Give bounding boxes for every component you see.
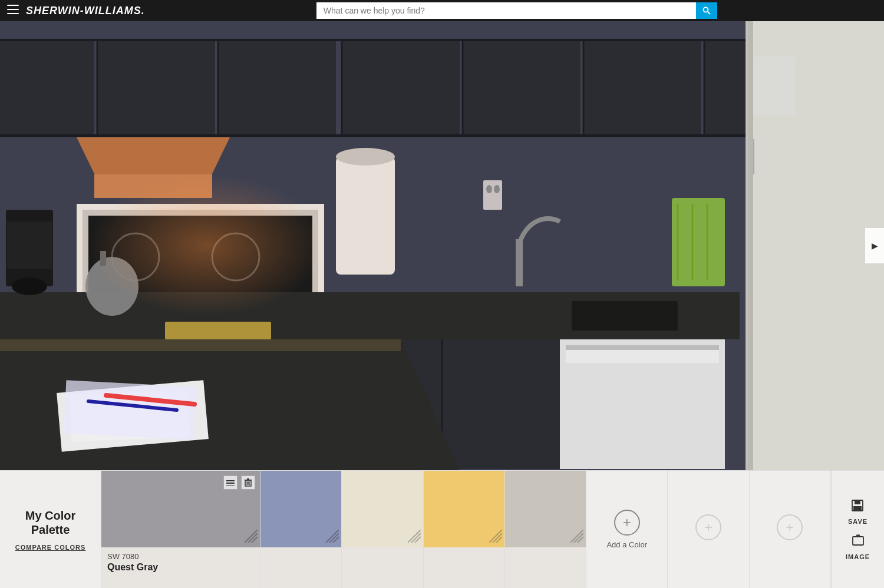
- image-label: IMAGE: [846, 553, 870, 560]
- svg-rect-45: [572, 301, 678, 331]
- svg-rect-98: [853, 506, 862, 511]
- svg-rect-63: [516, 239, 523, 286]
- image-icon: [852, 534, 865, 551]
- save-icon: [851, 499, 864, 516]
- svg-rect-68: [748, 57, 796, 115]
- swatch-info-2: [260, 547, 341, 588]
- svg-point-55: [494, 185, 500, 193]
- swatch-replace-button[interactable]: [223, 475, 238, 490]
- add-color-button-3[interactable]: +: [777, 514, 803, 540]
- svg-rect-53: [483, 180, 502, 210]
- svg-rect-13: [0, 39, 766, 41]
- swatch-item-4[interactable]: [424, 471, 505, 588]
- swatch-controls-1: [223, 475, 255, 490]
- search-input[interactable]: [316, 2, 717, 19]
- add-color-label: Add a Color: [606, 540, 647, 549]
- swatch-item-5[interactable]: [505, 471, 586, 588]
- swatch-delete-button[interactable]: [241, 475, 255, 490]
- svg-rect-9: [342, 39, 460, 136]
- svg-point-3: [703, 8, 708, 12]
- svg-line-93: [570, 530, 583, 543]
- palette-label-section: My Color Palette COMPARE COLORS: [0, 471, 101, 588]
- svg-rect-64: [672, 198, 725, 286]
- svg-rect-71: [748, 21, 753, 470]
- svg-point-43: [336, 148, 395, 166]
- svg-rect-72: [226, 480, 235, 481]
- add-color-button[interactable]: +: [614, 510, 640, 536]
- svg-line-90: [489, 530, 502, 543]
- swatch-info-3: [342, 547, 423, 588]
- palette-title: My Color Palette: [9, 508, 91, 537]
- logo: SHERWIN-WILLIAMS.: [26, 5, 145, 17]
- svg-rect-42: [336, 157, 395, 275]
- compare-colors-button[interactable]: COMPARE COLORS: [15, 544, 86, 551]
- add-color-slot[interactable]: + Add a Color: [586, 471, 668, 588]
- hamburger-icon[interactable]: [7, 5, 19, 17]
- svg-rect-8: [218, 39, 336, 136]
- kitchen-scene: [0, 21, 884, 470]
- save-button[interactable]: SAVE: [848, 499, 867, 525]
- swatch-info-4: [424, 547, 504, 588]
- empty-slot-2: +: [750, 471, 831, 588]
- swatch-number-1: SW 7080: [107, 552, 254, 561]
- svg-rect-49: [566, 345, 719, 350]
- svg-point-69: [88, 174, 324, 316]
- svg-rect-73: [226, 483, 235, 484]
- header: SHERWIN-WILLIAMS.: [0, 0, 884, 21]
- empty-slot-1: +: [668, 471, 749, 588]
- svg-rect-46: [681, 292, 740, 339]
- swatch-item-3[interactable]: [342, 471, 423, 588]
- add-color-button-2[interactable]: +: [695, 514, 721, 540]
- image-button[interactable]: IMAGE: [846, 534, 870, 560]
- svg-point-39: [12, 278, 47, 295]
- swatch-info-5: [505, 547, 586, 588]
- svg-rect-2: [7, 13, 19, 14]
- main-image: ▶: [0, 21, 884, 470]
- svg-rect-97: [855, 500, 860, 504]
- svg-line-81: [245, 530, 258, 543]
- swatch-name-1: Quest Gray: [107, 562, 254, 573]
- svg-line-84: [326, 530, 339, 543]
- svg-rect-7: [97, 39, 215, 136]
- svg-rect-0: [7, 5, 19, 6]
- save-label: SAVE: [848, 518, 867, 525]
- svg-rect-77: [247, 478, 249, 480]
- svg-rect-10: [463, 39, 580, 136]
- swatch-item-2[interactable]: [260, 471, 342, 588]
- swatch-info-1: SW 7080 Quest Gray: [101, 547, 260, 588]
- svg-rect-11: [583, 39, 701, 136]
- svg-rect-70: [165, 322, 271, 339]
- svg-marker-57: [0, 339, 401, 351]
- svg-rect-99: [853, 537, 863, 545]
- svg-line-4: [707, 12, 710, 15]
- svg-rect-6: [0, 39, 94, 136]
- palette-bar: My Color Palette COMPARE COLORS: [0, 470, 884, 588]
- svg-rect-76: [245, 480, 252, 481]
- search-bar: [316, 2, 717, 19]
- svg-rect-20: [0, 134, 766, 137]
- search-button[interactable]: [696, 2, 717, 19]
- svg-point-54: [486, 185, 492, 193]
- svg-rect-38: [7, 222, 52, 269]
- svg-rect-74: [226, 485, 235, 485]
- svg-line-87: [408, 530, 421, 543]
- right-arrow-button[interactable]: ▶: [865, 228, 884, 263]
- swatches-container: SW 7080 Quest Gray: [101, 471, 831, 588]
- right-actions: SAVE IMAGE: [831, 471, 884, 588]
- svg-rect-1: [7, 9, 19, 10]
- swatch-item-1[interactable]: SW 7080 Quest Gray: [101, 471, 260, 588]
